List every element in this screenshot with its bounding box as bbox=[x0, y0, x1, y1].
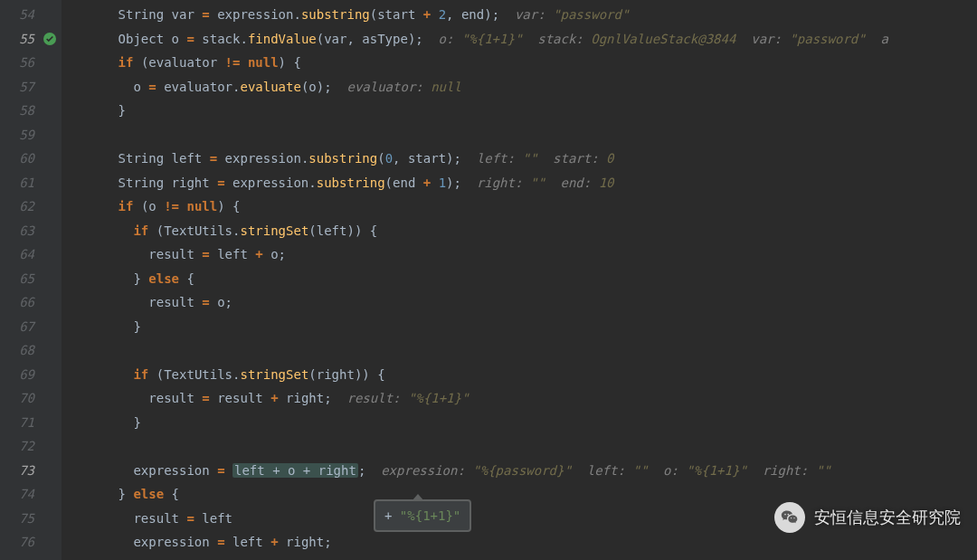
line-number[interactable]: 55 bbox=[0, 28, 62, 52]
line-number[interactable]: 76 bbox=[0, 531, 62, 555]
line-number[interactable]: 72 bbox=[0, 435, 62, 460]
code-line[interactable]: result = o; bbox=[62, 291, 977, 316]
code-line[interactable]: expression = left + o + right; expressio… bbox=[62, 460, 977, 484]
tooltip-value: "%{1+1}" bbox=[400, 508, 460, 523]
watermark-text: 安恒信息安全研究院 bbox=[814, 507, 961, 528]
line-number[interactable]: 62 bbox=[0, 195, 62, 220]
watermark: 安恒信息安全研究院 bbox=[774, 502, 961, 533]
code-line[interactable]: } else { bbox=[62, 268, 977, 292]
code-line[interactable]: } bbox=[62, 316, 977, 340]
code-line[interactable]: if (TextUtils.stringSet(left)) { bbox=[62, 220, 977, 244]
line-number[interactable]: 65 bbox=[0, 268, 62, 292]
line-number[interactable]: 58 bbox=[0, 100, 62, 124]
line-number[interactable]: 57 bbox=[0, 76, 62, 100]
breakpoint-check-icon[interactable] bbox=[43, 33, 56, 45]
code-line[interactable] bbox=[62, 435, 977, 460]
code-line[interactable]: result = result + right; result: "%{1+1}… bbox=[62, 387, 977, 412]
line-number[interactable]: 61 bbox=[0, 172, 62, 196]
line-number[interactable]: 64 bbox=[0, 243, 62, 268]
line-number[interactable]: 73 bbox=[0, 460, 62, 484]
line-number[interactable]: 60 bbox=[0, 147, 62, 172]
line-number[interactable]: 69 bbox=[0, 364, 62, 388]
code-editor[interactable]: 5455565758596061626364656667686970717273… bbox=[0, 0, 977, 560]
gutter[interactable]: 5455565758596061626364656667686970717273… bbox=[0, 0, 62, 560]
line-number[interactable]: 68 bbox=[0, 339, 62, 364]
line-number[interactable]: 63 bbox=[0, 220, 62, 244]
line-number[interactable]: 74 bbox=[0, 483, 62, 508]
line-number[interactable]: 70 bbox=[0, 387, 62, 412]
code-line[interactable] bbox=[62, 339, 977, 364]
code-line[interactable]: result = left + o; bbox=[62, 243, 977, 268]
code-line[interactable]: } bbox=[62, 100, 977, 124]
code-line[interactable]: expression = left + right; bbox=[62, 531, 977, 555]
line-number[interactable]: 66 bbox=[0, 291, 62, 316]
code-line[interactable]: String right = expression.substring(end … bbox=[62, 172, 977, 196]
code-line[interactable]: if (o != null) { bbox=[62, 195, 977, 220]
code-line[interactable]: Object o = stack.findValue(var, asType);… bbox=[62, 28, 977, 52]
line-number[interactable]: 59 bbox=[0, 124, 62, 148]
code-line[interactable] bbox=[62, 124, 977, 148]
tooltip-prefix: + bbox=[384, 508, 400, 523]
code-line[interactable]: if (TextUtils.stringSet(right)) { bbox=[62, 364, 977, 388]
code-line[interactable]: String var = expression.substring(start … bbox=[62, 4, 977, 28]
line-number[interactable]: 54 bbox=[0, 4, 62, 28]
code-line[interactable]: String left = expression.substring(0, st… bbox=[62, 147, 977, 172]
line-number[interactable]: 56 bbox=[0, 52, 62, 76]
evaluate-tooltip[interactable]: + "%{1+1}" bbox=[374, 499, 471, 532]
code-area[interactable]: String var = expression.substring(start … bbox=[62, 0, 977, 560]
line-number[interactable]: 75 bbox=[0, 508, 62, 532]
wechat-icon bbox=[774, 502, 805, 533]
line-number[interactable]: 67 bbox=[0, 316, 62, 340]
code-line[interactable]: o = evaluator.evaluate(o); evaluator: nu… bbox=[62, 76, 977, 100]
line-number[interactable]: 71 bbox=[0, 412, 62, 436]
code-line[interactable]: if (evaluator != null) { bbox=[62, 52, 977, 76]
code-line[interactable]: } bbox=[62, 412, 977, 436]
